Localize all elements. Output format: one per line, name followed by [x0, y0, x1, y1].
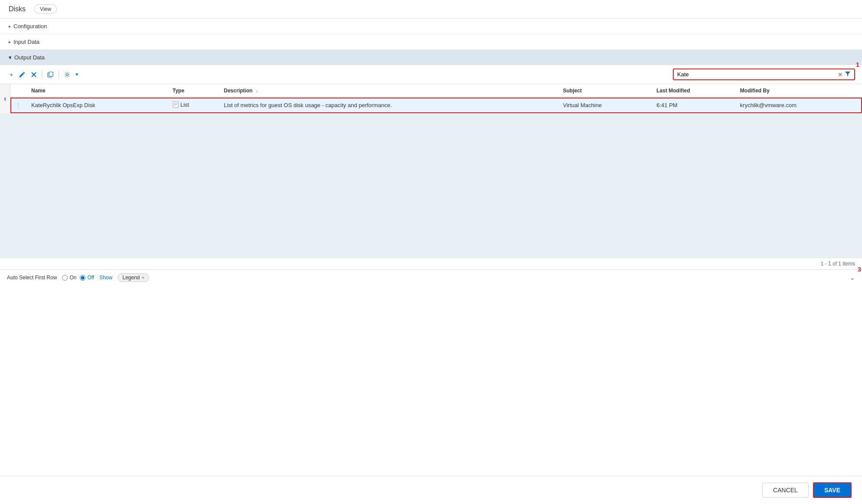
delete-button[interactable]	[29, 70, 39, 79]
row-modified-by: krychlik@vmware.com	[735, 98, 862, 113]
left-panel-toggle[interactable]: ▮	[0, 84, 10, 113]
settings-dropdown-button[interactable]: ▼	[74, 70, 80, 79]
table-footer: 1 - 1 of 1 items	[0, 258, 862, 269]
col-modified-by[interactable]: Modified By	[735, 84, 862, 98]
col-name[interactable]: Name	[26, 84, 167, 98]
radio-off-text: Off	[87, 275, 94, 281]
auto-select-label: Auto Select First Row	[7, 275, 57, 281]
col-type[interactable]: Type	[167, 84, 219, 98]
settings-button[interactable]	[62, 70, 73, 79]
col-last-modified-label: Last Modified	[656, 88, 690, 94]
col-type-label: Type	[173, 88, 184, 94]
legend-label: Legend	[122, 275, 140, 281]
tag-close-button[interactable]: ×	[141, 275, 144, 280]
radio-off-input[interactable]	[80, 275, 85, 281]
svg-rect-3	[49, 72, 53, 76]
col-name-label: Name	[31, 88, 46, 94]
data-table: Name Type Description ↓	[10, 84, 862, 113]
col-modified-by-label: Modified By	[740, 88, 770, 94]
input-data-section: ▸ Input Data	[0, 34, 862, 50]
table-area: ▮ Name	[0, 84, 862, 258]
col-last-modified[interactable]: Last Modified	[651, 84, 735, 98]
col-subject-label: Subject	[563, 88, 582, 94]
table-row[interactable]: ⋮ KateRychlik OpsExp Disk	[10, 98, 862, 113]
svg-rect-6	[173, 101, 178, 108]
view-button[interactable]: View	[34, 4, 57, 14]
radio-on-label[interactable]: On	[62, 275, 76, 281]
search-area: 1 ✕	[673, 69, 855, 80]
drag-icon: ⋮	[16, 102, 21, 108]
configuration-label: Configuration	[13, 23, 47, 29]
edit-button[interactable]	[16, 70, 28, 79]
annotation-1: 1	[856, 61, 859, 68]
row-type: List	[167, 98, 219, 113]
panel-icon: ▮	[4, 96, 7, 101]
output-data-section: ▾ Output Data +	[0, 50, 862, 269]
row-subject: Virtual Machine	[558, 98, 651, 113]
radio-on-text: On	[69, 275, 76, 281]
list-doc-icon	[173, 101, 179, 108]
configuration-header[interactable]: ▸ Configuration	[0, 19, 862, 34]
bottom-bar: 3 Auto Select First Row On Off Show Lege…	[0, 269, 862, 285]
row-count: 1 - 1 of 1 items	[821, 261, 855, 267]
svg-point-4	[66, 73, 69, 75]
row-name: KateRychlik OpsExp Disk	[26, 98, 167, 113]
svg-marker-5	[845, 72, 850, 76]
toolbar-separator	[42, 71, 42, 79]
search-filter-button[interactable]	[845, 71, 851, 78]
radio-group: On Off	[62, 275, 94, 281]
radio-on-input[interactable]	[62, 275, 68, 281]
page-title: Disks	[9, 5, 26, 13]
col-description[interactable]: Description ↓	[219, 84, 558, 98]
add-button[interactable]: +	[7, 69, 16, 80]
expand-icon[interactable]: ⌄	[850, 274, 855, 281]
col-subject[interactable]: Subject	[558, 84, 651, 98]
row-description: List of metrics for guest OS disk usage …	[219, 98, 558, 113]
search-input[interactable]	[677, 71, 836, 78]
annotation-3: 3	[858, 265, 861, 273]
save-button[interactable]: SAVE	[813, 482, 852, 498]
chevron-right-icon-2: ▸	[9, 39, 11, 44]
output-data-label: Output Data	[14, 54, 45, 61]
chevron-down-icon-settings: ▼	[75, 72, 79, 77]
type-icon: List	[173, 101, 189, 108]
output-toolbar: +	[0, 65, 862, 84]
bottom-bar-right: ⌄	[850, 274, 855, 281]
col-description-label: Description	[224, 88, 252, 94]
col-drag	[10, 84, 26, 98]
copy-button[interactable]	[45, 70, 56, 79]
search-box: ✕	[673, 69, 855, 80]
output-data-header[interactable]: ▾ Output Data	[0, 50, 862, 65]
legend-tag: Legend ×	[118, 273, 149, 282]
input-data-label: Input Data	[13, 39, 39, 45]
actions-bar: CANCEL SAVE	[0, 476, 862, 504]
sort-icon: ↓	[256, 88, 258, 93]
toolbar-separator-2	[59, 71, 59, 79]
configuration-section: ▸ Configuration	[0, 19, 862, 34]
search-clear-button[interactable]: ✕	[836, 71, 845, 78]
cancel-button[interactable]: CANCEL	[762, 483, 809, 497]
row-last-modified: 6:41 PM	[651, 98, 735, 113]
row-drag-handle: ⋮	[10, 98, 26, 113]
input-data-header[interactable]: ▸ Input Data	[0, 34, 862, 49]
show-link[interactable]: Show	[99, 275, 112, 281]
radio-off-label[interactable]: Off	[80, 275, 94, 281]
chevron-down-icon: ▾	[9, 54, 12, 61]
chevron-right-icon: ▸	[9, 24, 11, 29]
